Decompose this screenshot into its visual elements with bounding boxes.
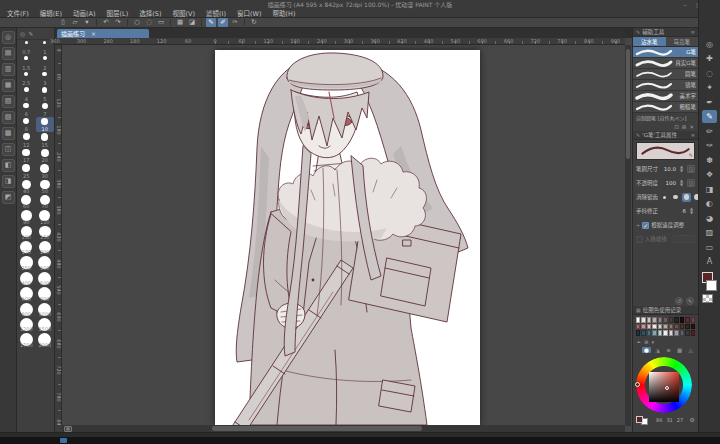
lasso-tool[interactable]: ◌: [702, 67, 717, 80]
history-swatch-6[interactable]: [669, 317, 673, 323]
eraser-tool[interactable]: ◨: [702, 183, 717, 196]
saturation-value-square[interactable]: [649, 372, 679, 402]
history-swatch-8[interactable]: [680, 317, 684, 323]
text-tool[interactable]: A: [702, 255, 717, 268]
deselect-button[interactable]: ○: [132, 18, 142, 27]
history-swatch-20[interactable]: [685, 324, 689, 330]
file-menu-button[interactable]: ▾: [82, 18, 92, 27]
brush-size-1500[interactable]: 1500: [36, 317, 55, 332]
sv-marker[interactable]: [665, 386, 669, 390]
minimize-button[interactable]: –: [680, 0, 690, 9]
brush-size-10[interactable]: 10: [36, 117, 55, 132]
layer-folder-4-icon[interactable]: ▧: [2, 95, 15, 108]
brush-size-3[interactable]: 3: [36, 71, 55, 86]
brush-size-2000[interactable]: 2000: [36, 332, 55, 347]
delete-subtool-icon[interactable]: ✕: [689, 124, 694, 130]
reselect-button[interactable]: ◌: [144, 18, 154, 27]
brush-size-110[interactable]: 110: [36, 209, 55, 224]
pencil-tool[interactable]: ✏: [702, 125, 717, 138]
in-out-dropdown[interactable]: [673, 235, 695, 243]
clear-layer-button[interactable]: ◪: [187, 18, 197, 27]
sub-tool-panel-header[interactable]: ✎ 辅助工具 ≡: [633, 28, 698, 37]
new-file-button[interactable]: ▯: [58, 18, 68, 27]
triangle-mode-icon[interactable]: ◮: [653, 347, 662, 353]
brush-size-5[interactable]: 5: [36, 86, 55, 101]
opacity-value[interactable]: 100: [660, 180, 676, 186]
strip-transparent-swatch[interactable]: [702, 294, 713, 303]
brush-size-0.7[interactable]: 0.7: [17, 40, 36, 55]
brush-size-6[interactable]: 6: [17, 102, 36, 117]
snap-special-ruler-button[interactable]: ✐: [218, 18, 228, 27]
history-swatch-25[interactable]: [652, 330, 656, 336]
brush-size-1000[interactable]: 1000: [36, 302, 55, 317]
add-history-color-icon[interactable]: ⊞: [644, 339, 648, 345]
brush-size-20[interactable]: 20: [36, 148, 55, 163]
brush-size-200[interactable]: 200: [36, 240, 55, 255]
history-swatch-4[interactable]: [658, 317, 662, 323]
strip-background-swatch[interactable]: [706, 280, 717, 291]
history-swatch-18[interactable]: [674, 324, 678, 330]
in-out-checkbox[interactable]: [636, 236, 643, 243]
wand-tool[interactable]: ✦: [702, 81, 717, 94]
brush-size-150[interactable]: 150: [36, 225, 55, 240]
pen-correction-button[interactable]: ✑: [230, 18, 240, 27]
preview-register-icon[interactable]: ✎: [689, 152, 693, 158]
property-menu-icon[interactable]: ≡: [691, 132, 695, 138]
layer-folder-9-icon[interactable]: ◨: [2, 175, 15, 188]
history-swatch-0[interactable]: [636, 317, 640, 323]
open-file-button[interactable]: ▱: [70, 18, 80, 27]
brush-size-600[interactable]: 600: [17, 286, 36, 301]
zoom-tool-icon[interactable]: ◎: [2, 31, 15, 44]
history-swatch-28[interactable]: [669, 330, 673, 336]
layer-folder-3-icon[interactable]: ▦: [2, 79, 15, 92]
new-subtool-icon[interactable]: ⊞: [682, 124, 687, 130]
menu-item-0[interactable]: 文件(F): [7, 8, 29, 18]
layer-folder-1-icon[interactable]: ▤: [2, 47, 15, 60]
brush-size-400[interactable]: 400: [17, 271, 36, 286]
layer-folder-5-icon[interactable]: ▨: [2, 111, 15, 124]
layer-folder-6-icon[interactable]: ▩: [2, 127, 15, 140]
figure-tool[interactable]: ▭: [702, 241, 717, 254]
history-swatch-16[interactable]: [663, 324, 667, 330]
anti-aliasing-level-1[interactable]: [671, 193, 680, 202]
gradient-tool[interactable]: ▨: [702, 226, 717, 239]
brush-item-镝笔[interactable]: 镝笔: [633, 80, 698, 91]
decoration-tool[interactable]: ❖: [702, 168, 717, 181]
history-swatch-1[interactable]: [641, 317, 645, 323]
tab-marker[interactable]: 马克笔: [666, 37, 699, 46]
stabilization-value[interactable]: 6: [670, 208, 686, 214]
brush-size-130[interactable]: 130: [17, 225, 36, 240]
history-swatch-27[interactable]: [663, 330, 667, 336]
history-swatch-11[interactable]: [636, 324, 640, 330]
history-swatch-5[interactable]: [663, 317, 667, 323]
hue-marker[interactable]: [635, 382, 640, 387]
duplicate-subtool-icon[interactable]: ⊡: [674, 124, 679, 130]
slider-mode-icon[interactable]: ≡: [664, 347, 673, 353]
palette-pen-icon[interactable]: ✎: [28, 30, 33, 37]
history-swatch-23[interactable]: [641, 330, 645, 336]
brush-size-40[interactable]: 40: [17, 179, 36, 194]
canvas-horizontal-scrollbar[interactable]: [62, 425, 625, 432]
brush-size-60[interactable]: 60: [17, 194, 36, 209]
opacity-dynamics-button[interactable]: ◫: [687, 179, 695, 187]
move-tool[interactable]: ✚: [702, 52, 717, 65]
layer-folder-10-icon[interactable]: ◩: [2, 191, 15, 204]
brush-item-圆笔[interactable]: 圆笔: [633, 69, 698, 80]
custom-brush-note[interactable]: 自制圆笔 [自作丸ペン]: [633, 113, 698, 122]
document-tab[interactable]: 插画练习 ×: [57, 29, 149, 38]
document-tab-close-icon[interactable]: ×: [91, 30, 96, 37]
menu-item-2[interactable]: 动画(A): [73, 8, 96, 18]
layer-folder-8-icon[interactable]: ◧: [2, 159, 15, 172]
foreground-color-swatch[interactable]: [636, 416, 643, 423]
history-swatch-26[interactable]: [658, 330, 662, 336]
horizontal-scroll-thumb[interactable]: [212, 426, 422, 431]
grid-view-button[interactable]: ▦: [175, 18, 185, 27]
vertical-scroll-thumb[interactable]: [626, 49, 630, 159]
history-swatch-9[interactable]: [685, 317, 689, 323]
stabilization-stepper[interactable]: ▲▼: [688, 207, 695, 216]
brush-size-2.5[interactable]: 2.5: [17, 71, 36, 86]
history-swatch-14[interactable]: [652, 324, 656, 330]
tool-property-header[interactable]: ✎ 'G笔'工具属性 ≡: [633, 131, 698, 140]
brush-size-8[interactable]: 8: [17, 117, 36, 132]
blend-tool[interactable]: ◐: [702, 197, 717, 210]
